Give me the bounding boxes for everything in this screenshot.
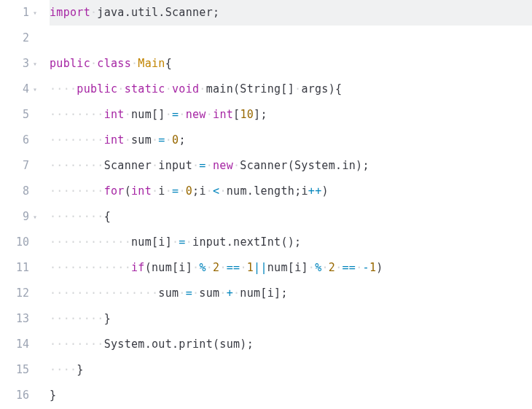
line-number: 5 <box>0 102 29 128</box>
keyword-static: static <box>125 82 165 96</box>
keyword-new: new <box>213 159 233 172</box>
line-number-gutter: 1▾ 2 3▾ 4▾ 5 6 7 8 9▾ 10 11 12 13 14 15 … <box>0 0 35 408</box>
fold-marker-icon[interactable]: ▾ <box>31 0 39 26</box>
keyword-for: for <box>104 184 125 198</box>
fold-marker-icon[interactable]: ▾ <box>31 204 39 230</box>
type-string: String <box>240 82 281 96</box>
var-i: i <box>158 235 165 249</box>
code-line: ········int·num[]·=·new·int[10]; <box>50 102 532 128</box>
code-line: ········{ <box>50 204 532 230</box>
line-number: 4▾ <box>0 77 29 102</box>
code-line: ············if(num[i]·%·2·==·1||num[i]·%… <box>50 255 532 281</box>
line-number: 2 <box>0 26 29 51</box>
method-print: print <box>179 338 213 351</box>
line-number: 8 <box>0 179 29 204</box>
code-line: ········Scanner·input·=·new·Scanner(Syst… <box>50 153 532 179</box>
var-sum: sum <box>199 287 219 300</box>
field-in: in <box>342 159 356 172</box>
line-number: 15 <box>0 357 29 383</box>
line-number: 11 <box>0 255 29 281</box>
keyword-class: class <box>97 57 131 70</box>
import-path: java.util.Scanner <box>97 6 213 19</box>
var-num: num <box>227 184 247 198</box>
var-i: i <box>267 287 274 300</box>
class-system: System <box>104 338 145 351</box>
keyword-void: void <box>172 82 199 96</box>
line-number: 14 <box>0 332 29 357</box>
fold-marker-icon[interactable]: ▾ <box>31 51 39 77</box>
line-number: 7 <box>0 153 29 179</box>
keyword-import: import <box>50 6 90 19</box>
method-nextint: nextInt <box>233 235 281 249</box>
method-name: main <box>206 82 233 96</box>
var-i: i <box>301 184 308 198</box>
code-editor: 1▾ 2 3▾ 4▾ 5 6 7 8 9▾ 10 11 12 13 14 15 … <box>0 0 532 408</box>
field-length: length <box>254 184 294 198</box>
code-line: } <box>50 383 532 408</box>
line-number: 3▾ <box>0 51 29 77</box>
keyword-int: int <box>104 108 125 121</box>
type-scanner: Scanner <box>240 159 287 172</box>
var-sum: sum <box>131 133 152 147</box>
number-literal: 2 <box>213 261 219 274</box>
var-input: input <box>192 235 227 249</box>
var-input: input <box>158 159 192 172</box>
line-number: 16 <box>0 383 29 408</box>
code-line: ············num[i]·=·input.nextInt(); <box>50 230 532 255</box>
line-number: 13 <box>0 306 29 332</box>
line-number: 10 <box>0 230 29 255</box>
var-num: num <box>267 261 288 274</box>
fold-marker-icon[interactable]: ▾ <box>31 77 39 102</box>
keyword-int: int <box>213 108 233 121</box>
line-number: 9▾ <box>0 204 29 230</box>
keyword-public: public <box>77 82 117 96</box>
number-literal: 0 <box>186 184 192 198</box>
number-literal: 2 <box>329 261 335 274</box>
code-line: ····public·static·void·main(String[]·arg… <box>50 77 532 102</box>
code-line: ····} <box>50 357 532 383</box>
var-i: i <box>158 184 165 198</box>
var-num: num <box>131 235 152 249</box>
code-line <box>50 26 532 51</box>
keyword-if: if <box>131 261 145 274</box>
param-args: args <box>301 82 328 96</box>
code-area[interactable]: import·java.util.Scanner; public·class·M… <box>35 0 532 408</box>
code-line: ········System.out.print(sum); <box>50 332 532 357</box>
type-scanner: Scanner <box>104 159 152 172</box>
number-literal: 10 <box>240 108 254 121</box>
code-line: ········int·sum·=·0; <box>50 128 532 153</box>
keyword-public: public <box>50 57 90 70</box>
keyword-new: new <box>186 108 206 121</box>
code-line: import·java.util.Scanner; <box>50 0 532 26</box>
number-literal: 0 <box>172 133 179 147</box>
code-line: ········} <box>50 306 532 332</box>
keyword-int: int <box>131 184 152 198</box>
line-number: 12 <box>0 281 29 306</box>
var-sum: sum <box>219 338 240 351</box>
code-line: ················sum·=·sum·+·num[i]; <box>50 281 532 306</box>
class-system: System <box>294 159 335 172</box>
code-line: public·class·Main{ <box>50 51 532 77</box>
var-num: num <box>240 287 260 300</box>
number-literal: 1 <box>247 261 254 274</box>
var-num: num <box>131 108 152 121</box>
var-sum: sum <box>158 287 179 300</box>
class-name: Main <box>138 57 165 70</box>
code-line: ········for(int·i·=·0;i·<·num.length;i++… <box>50 179 532 204</box>
var-i: i <box>179 261 185 274</box>
number-literal: 1 <box>369 261 376 274</box>
field-out: out <box>152 338 172 351</box>
keyword-int: int <box>104 133 125 147</box>
line-number: 1▾ <box>0 0 29 26</box>
var-i: i <box>199 184 206 198</box>
line-number: 6 <box>0 128 29 153</box>
var-num: num <box>152 261 172 274</box>
